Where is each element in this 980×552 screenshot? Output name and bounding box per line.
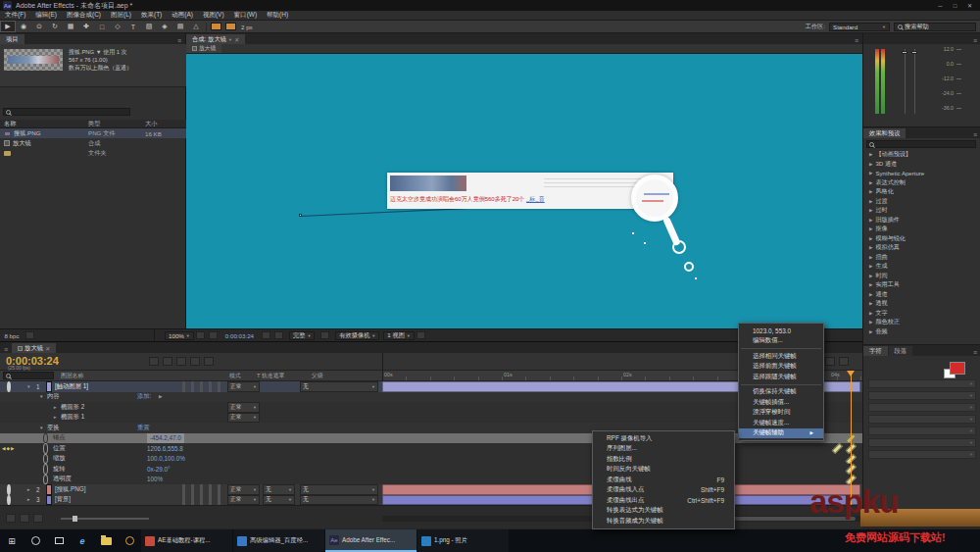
puppet-tool-icon[interactable]: △ (188, 21, 204, 32)
expand-switches-icon[interactable] (6, 514, 16, 523)
menu-item-rpf-camera-import[interactable]: RPF 摄像机导入 (593, 433, 734, 444)
view-layout-select[interactable]: 1 视图▼ (383, 331, 415, 340)
add-shape-link[interactable]: 添加: (137, 392, 151, 403)
blend-mode-select[interactable]: 正常▼ (227, 495, 260, 506)
fill-color-swatch[interactable] (211, 23, 221, 30)
file-explorer-icon[interactable] (94, 529, 118, 552)
workspace-select[interactable]: Standard▼ (829, 23, 890, 31)
contents-group-row[interactable]: ▼ 内容 添加: ▶ (0, 392, 862, 403)
frame-blend-icon[interactable] (190, 357, 200, 366)
auto-keyframe-icon[interactable] (839, 357, 849, 366)
menu-view[interactable]: 视图(V) (198, 11, 229, 20)
menu-help[interactable]: 帮助(H) (262, 11, 293, 20)
effects-category[interactable]: ▶生成 (863, 262, 980, 272)
effects-category[interactable]: ▶模糊与锐化 (863, 234, 980, 244)
menu-item-select-previous-keyframes[interactable]: 选择前面关键帧 (739, 362, 823, 373)
hand-tool-icon[interactable]: ◉ (16, 21, 31, 32)
effects-category[interactable]: ▶颜色校正 (863, 318, 980, 327)
eye-icon[interactable] (7, 484, 11, 495)
resolution-select[interactable]: 完整▼ (289, 331, 315, 340)
start-button[interactable]: ⊞ (0, 529, 24, 552)
hide-shy-layers-icon[interactable] (176, 357, 186, 366)
blend-mode-select[interactable]: 正常▼ (227, 484, 260, 495)
effects-category[interactable]: ▶【动画预设】 (863, 150, 980, 160)
property-value[interactable]: 0x-29.0° (147, 464, 171, 475)
taskbar-app-after-effects[interactable]: Ae Adobe After Effec... (325, 529, 416, 552)
menu-file[interactable]: 文件(F) (0, 11, 30, 20)
blend-mode-select[interactable]: 正常▼ (227, 402, 260, 413)
path-vertex-dot[interactable] (632, 232, 634, 234)
tab-timeline-magnifier[interactable]: 放大镜 ✕ (12, 343, 56, 353)
stroke-width-field[interactable]: ▼ (868, 438, 976, 447)
parent-select[interactable]: 无▼ (300, 495, 378, 506)
clone-tool-icon[interactable]: ◈ (157, 21, 172, 32)
effects-category[interactable]: ▶通道 (863, 290, 980, 300)
blend-mode-select[interactable]: 正常▼ (227, 413, 260, 424)
menu-item-convert-audio-to-keyframes[interactable]: 转换音频成为关键帧 (593, 516, 734, 527)
effects-category[interactable]: ▶旧版插件 (863, 216, 980, 226)
draft-3d-icon[interactable] (163, 357, 172, 366)
label-color-chip[interactable] (46, 381, 52, 392)
maximize-icon[interactable]: □ (948, 1, 962, 11)
menu-item-edit-value[interactable]: 编辑数值... (739, 336, 823, 347)
effects-category[interactable]: ▶3D 通道 (863, 160, 980, 170)
zoomed-screenshot-layer[interactable]: 迈克太空步竟成功演唱会60万人竟倒560多死了20个 _标_音 (387, 173, 673, 209)
footage-name[interactable]: 搜狐.PNG ▼ 使用 1 次 (69, 48, 132, 56)
grid-icon[interactable] (209, 331, 218, 339)
shape-tool-icon[interactable]: □ (94, 21, 110, 32)
ellipse-2-row[interactable]: ► 椭圆形 2 正常▼ (0, 402, 862, 413)
twirl-icon[interactable]: ► (26, 484, 30, 495)
group-name[interactable]: 变换 (47, 423, 60, 433)
taskbar-app-ae-tutorial[interactable]: AE基础教程-课程... (141, 529, 232, 552)
menu-item-time-reverse-keyframes[interactable]: 时间反向关键帧 (593, 465, 734, 476)
pixel-aspect-icon[interactable] (416, 331, 425, 339)
menu-item-easy-ease-in[interactable]: 柔缓曲线入点Shift+F9 (593, 485, 734, 496)
effects-category[interactable]: ▶扭曲 (863, 253, 980, 263)
stopwatch-icon[interactable] (43, 443, 48, 454)
property-value[interactable]: -454.2,47.0 (147, 433, 184, 444)
layer-row-1[interactable]: ▼ 1 [触动图层 1] 正常▼ 无▼ (0, 381, 862, 392)
safe-guides-icon[interactable] (196, 331, 205, 339)
browser-icon[interactable] (118, 529, 141, 552)
selection-tool-icon[interactable]: ▶ (0, 21, 16, 32)
graph-editor-icon[interactable] (825, 357, 835, 366)
column-mode[interactable]: 模式 (229, 372, 241, 380)
minimize-icon[interactable]: ─ (933, 1, 948, 11)
cortana-search-icon[interactable] (24, 529, 47, 552)
audio-slider-knob[interactable] (902, 51, 907, 54)
layer-name[interactable]: [搜狐.PNG] (55, 484, 86, 495)
task-view-icon[interactable] (47, 529, 71, 552)
property-value[interactable]: 100.0,100.0% (147, 454, 185, 465)
effects-category[interactable]: ▶抠像 (863, 225, 980, 234)
viewer-pin-tab[interactable]: 放大镜 (186, 44, 221, 53)
menu-edit[interactable]: 编辑(E) (30, 11, 62, 20)
viewer-timecode[interactable]: 0:00:03:24 (225, 332, 254, 339)
effects-category[interactable]: ▶风格化 (863, 187, 980, 197)
pan-behind-tool-icon[interactable]: ✚ (78, 21, 94, 32)
layer-switches[interactable] (182, 381, 223, 392)
effects-category[interactable]: ▶Synthetic Aperture (863, 169, 980, 178)
tab-character[interactable]: 字符 (863, 346, 888, 356)
edge-browser-icon[interactable]: e (71, 529, 94, 552)
audio-slider-left[interactable] (905, 49, 906, 114)
panel-menu-icon[interactable]: ≡ (969, 131, 980, 138)
timeline-search-input[interactable] (3, 372, 54, 379)
blend-mode-select[interactable]: 正常▼ (227, 381, 260, 392)
bit-depth-indicator[interactable]: 8 bpc (0, 332, 24, 339)
effects-search-input[interactable] (866, 140, 976, 148)
menu-item-keyframe-velocity[interactable]: 关键帧速度... (739, 418, 823, 428)
stroke-color-swatch[interactable] (225, 23, 236, 30)
project-item-sohu-png[interactable]: 搜狐.PNG PNG 文件 16 KB (0, 128, 186, 138)
menu-item-exponential-scale[interactable]: 指数比例 (593, 454, 734, 465)
stopwatch-icon[interactable] (43, 475, 48, 485)
column-parent[interactable]: 父级 (312, 372, 323, 380)
pen-tool-icon[interactable]: ◇ (110, 21, 125, 32)
keyframe-icon[interactable] (832, 443, 843, 454)
panel-menu-icon[interactable]: ≡ (851, 37, 862, 44)
twirl-icon[interactable]: ► (26, 495, 30, 506)
layer-switches[interactable] (182, 495, 223, 506)
column-layer-name[interactable]: 图层名称 (61, 372, 83, 380)
effects-category[interactable]: ▶透视 (863, 299, 980, 309)
project-search-input[interactable] (3, 108, 130, 116)
panel-menu-icon[interactable]: ≡ (0, 346, 12, 353)
